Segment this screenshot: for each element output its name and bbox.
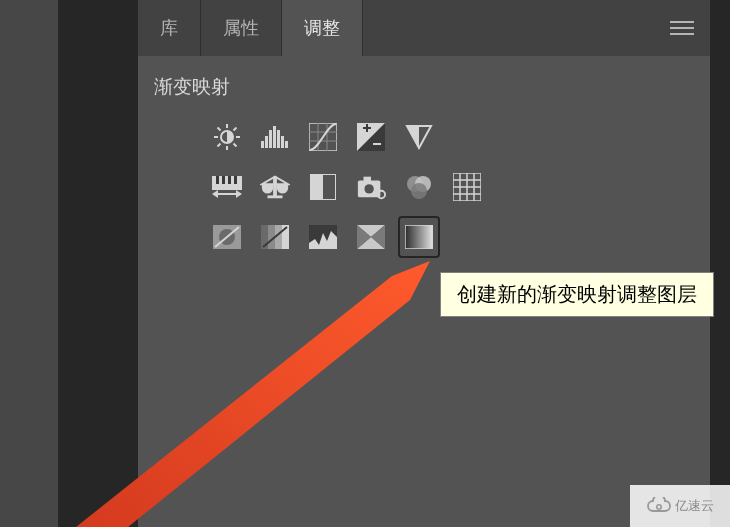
svg-rect-15 <box>273 126 276 148</box>
tab-library[interactable]: 库 <box>138 0 201 56</box>
svg-rect-12 <box>261 141 264 148</box>
invert-icon[interactable] <box>212 222 242 252</box>
svg-rect-1 <box>670 27 694 29</box>
adjustments-grid <box>154 122 694 252</box>
levels-icon[interactable] <box>260 122 290 152</box>
svg-rect-14 <box>269 130 272 148</box>
svg-rect-38 <box>218 193 236 195</box>
black-white-icon[interactable] <box>308 172 338 202</box>
gap-strip <box>58 0 138 527</box>
svg-rect-34 <box>228 176 231 184</box>
svg-rect-0 <box>670 21 694 23</box>
threshold-icon[interactable] <box>308 222 338 252</box>
svg-line-11 <box>234 128 237 131</box>
svg-line-10 <box>218 144 221 147</box>
color-lookup-icon[interactable] <box>452 172 482 202</box>
panel-menu-icon[interactable] <box>670 20 694 36</box>
tab-adjustments[interactable]: 调整 <box>282 0 363 56</box>
svg-point-50 <box>411 183 427 199</box>
panel-body: 渐变映射 <box>138 56 710 270</box>
svg-point-46 <box>364 184 373 193</box>
svg-rect-28 <box>373 143 381 145</box>
svg-rect-35 <box>234 176 237 184</box>
gradient-map-icon[interactable] <box>398 216 440 258</box>
svg-line-8 <box>218 128 221 131</box>
color-balance-icon[interactable] <box>260 172 290 202</box>
panel-title: 渐变映射 <box>154 74 694 100</box>
svg-rect-71 <box>405 225 433 249</box>
channel-mixer-icon[interactable] <box>404 172 434 202</box>
panel-tabs: 库 属性 调整 <box>138 0 710 56</box>
svg-line-9 <box>234 144 237 147</box>
watermark-text: 亿速云 <box>675 497 714 515</box>
selective-color-icon[interactable] <box>356 222 386 252</box>
curves-icon[interactable] <box>308 122 338 152</box>
svg-rect-27 <box>366 124 368 132</box>
adjustments-panel: 库 属性 调整 渐变映射 <box>138 0 710 527</box>
svg-rect-13 <box>265 136 268 148</box>
vibrance-icon[interactable] <box>404 122 434 152</box>
svg-rect-40 <box>273 177 277 198</box>
exposure-icon[interactable] <box>356 122 386 152</box>
left-dock-strip <box>0 0 58 527</box>
svg-rect-2 <box>670 33 694 35</box>
svg-point-73 <box>656 505 660 509</box>
adjustments-row-3 <box>212 222 434 252</box>
svg-rect-18 <box>285 141 288 148</box>
svg-marker-36 <box>212 190 218 198</box>
posterize-icon[interactable] <box>260 222 290 252</box>
svg-rect-32 <box>216 176 219 184</box>
tooltip: 创建新的渐变映射调整图层 <box>440 272 714 317</box>
photo-filter-icon[interactable] <box>356 172 386 202</box>
svg-rect-16 <box>277 130 280 148</box>
tab-properties[interactable]: 属性 <box>201 0 282 56</box>
watermark: 亿速云 <box>630 485 730 527</box>
svg-rect-33 <box>222 176 225 184</box>
right-edge-strip <box>710 0 730 527</box>
adjustments-row-1 <box>212 122 434 152</box>
hue-saturation-icon[interactable] <box>212 172 242 202</box>
svg-rect-43 <box>311 175 323 199</box>
svg-rect-45 <box>364 177 372 182</box>
svg-marker-37 <box>236 190 242 198</box>
svg-rect-17 <box>281 136 284 148</box>
adjustments-row-2 <box>212 172 482 202</box>
svg-rect-41 <box>268 195 283 198</box>
brightness-contrast-icon[interactable] <box>212 122 242 152</box>
